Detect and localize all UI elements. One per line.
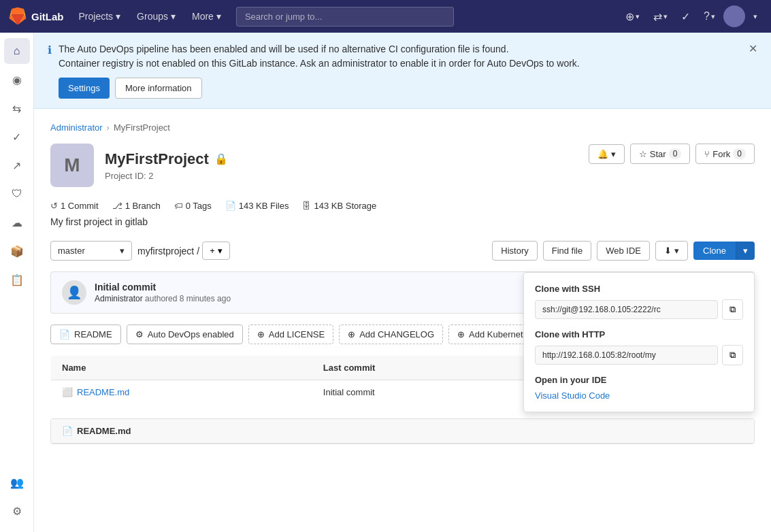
add-license-button[interactable]: ⊕ Add LICENSE: [248, 325, 333, 344]
package-icon: 📦: [10, 245, 24, 258]
sidebar-item-security[interactable]: 🛡: [4, 181, 30, 207]
clone-http-url[interactable]: http://192.168.0.105:82/root/my: [535, 346, 718, 365]
fork-count: 0: [733, 148, 746, 159]
more-information-button[interactable]: More information: [115, 78, 202, 99]
merge-requests-button[interactable]: ⇄ ▾: [648, 6, 673, 27]
star-button[interactable]: ☆ Star 0: [630, 144, 691, 164]
issue-icon: ◉: [12, 73, 22, 86]
readme-button[interactable]: 📄 README: [50, 325, 121, 344]
auto-devops-label: Auto DevOps enabled: [148, 329, 234, 339]
project-description: My first project in gitlab: [50, 216, 755, 227]
copy-http-button[interactable]: ⧉: [722, 345, 743, 365]
path-separator: /: [197, 246, 199, 256]
chevron-down-icon: ▾: [171, 11, 176, 22]
web-ide-button[interactable]: Web IDE: [597, 241, 650, 261]
files-icon: 📄: [225, 201, 236, 211]
clone-ssh-title: Clone with SSH: [535, 284, 743, 294]
fork-label: Fork: [712, 149, 730, 159]
doc-icon: 📄: [62, 426, 73, 436]
commit-author[interactable]: Administrator: [95, 294, 143, 303]
commits-stat[interactable]: ↺ 1 Commit: [50, 201, 99, 211]
cluster-icon: ⊕: [457, 329, 465, 339]
download-button[interactable]: ⬇ ▾: [655, 241, 688, 261]
breadcrumb-parent-link[interactable]: Administrator: [50, 122, 103, 133]
sidebar-item-packages[interactable]: 📦: [4, 238, 30, 264]
project-title-block: MyFirstProject 🔒 Project ID: 2: [105, 150, 228, 181]
sidebar-item-snippets[interactable]: 📋: [4, 267, 30, 293]
fork-button[interactable]: ⑂ Fork 0: [695, 144, 755, 164]
chevron-down-icon: ▾: [663, 12, 668, 21]
tag-icon: 🏷: [174, 201, 183, 211]
chevron-down-icon: ▾: [216, 11, 221, 22]
sidebar-item-commits[interactable]: ↗: [4, 152, 30, 178]
chevron-down-icon: ▾: [711, 12, 715, 21]
members-icon: 👥: [10, 476, 24, 489]
search-input[interactable]: [236, 7, 454, 27]
gitlab-wordmark: GitLab: [31, 11, 64, 22]
tags-stat[interactable]: 🏷 0 Tags: [174, 201, 212, 211]
lock-icon: 🔒: [214, 152, 228, 165]
find-file-button[interactable]: Find file: [543, 241, 592, 261]
commits-count: 1 Commit: [61, 201, 99, 211]
chevron-down-icon: ▾: [120, 246, 125, 256]
markdown-icon: ⬜: [62, 387, 73, 397]
alert-text-container: The Auto DevOps pipeline has been enable…: [59, 42, 742, 99]
add-changelog-button[interactable]: ⊕ Add CHANGELOG: [339, 325, 443, 344]
left-sidebar: ⌂ ◉ ⇆ ✓ ↗ 🛡 ☁ 📦 📋 👥 ⚙: [0, 33, 34, 532]
plus-icon: +: [210, 246, 215, 256]
close-alert-button[interactable]: ✕: [749, 42, 757, 55]
branch-selector[interactable]: master ▾: [50, 241, 132, 261]
sidebar-item-settings[interactable]: ⚙: [4, 498, 30, 524]
notifications-button[interactable]: 🔔 ▾: [589, 144, 625, 164]
gitlab-logo[interactable]: GitLab: [8, 7, 64, 26]
top-navigation: GitLab Projects ▾ Groups ▾ More ▾ ⊕ ▾ ⇄ …: [0, 0, 771, 33]
nav-icon-group: ⊕ ▾ ⇄ ▾ ✓ ? ▾ ▾: [620, 5, 763, 27]
sidebar-item-merge-requests[interactable]: ⇆: [4, 95, 30, 121]
settings-button[interactable]: Settings: [59, 78, 110, 99]
copy-ssh-button[interactable]: ⧉: [722, 299, 743, 320]
commit-action: authored: [145, 294, 180, 303]
sidebar-item-members[interactable]: 👥: [4, 469, 30, 495]
project-header: M MyFirstProject 🔒 Project ID: 2 🔔 ▾ ☆: [50, 144, 755, 187]
todos-button[interactable]: ✓: [676, 6, 695, 27]
add-changelog-label: Add CHANGELOG: [359, 329, 434, 339]
branches-stat[interactable]: ⎇ 1 Branch: [112, 201, 161, 211]
clone-main-button[interactable]: Clone: [693, 242, 736, 260]
nav-groups[interactable]: Groups ▾: [130, 8, 182, 24]
nav-more[interactable]: More ▾: [185, 8, 228, 24]
add-license-label: Add LICENSE: [269, 329, 325, 339]
fork-icon: ⑂: [704, 149, 710, 159]
sidebar-item-home[interactable]: ⌂: [4, 38, 30, 64]
help-button[interactable]: ? ▾: [698, 6, 721, 27]
chevron-down-icon: ▾: [674, 246, 679, 256]
last-commit-cell[interactable]: Initial commit: [312, 380, 528, 405]
sidebar-item-issues[interactable]: ◉: [4, 67, 30, 93]
auto-devops-button[interactable]: ⚙ Auto DevOps enabled: [127, 325, 243, 344]
sidebar-item-operations[interactable]: ☁: [4, 210, 30, 235]
snippet-icon: 📋: [10, 273, 24, 286]
project-actions: 🔔 ▾ ☆ Star 0 ⑂ Fork 0: [589, 144, 755, 164]
copy-icon: ⧉: [729, 304, 736, 314]
tags-count: 0 Tags: [186, 201, 212, 211]
add-to-path-button[interactable]: + ▾: [202, 242, 230, 260]
project-avatar: M: [50, 144, 94, 187]
search-container: [236, 7, 454, 27]
files-stat: 📄 143 KB Files: [225, 201, 289, 211]
user-menu-arrow[interactable]: ▾: [748, 8, 763, 25]
create-new-button[interactable]: ⊕ ▾: [620, 6, 645, 27]
path-text: myfirstproject: [137, 246, 194, 256]
star-label: Star: [650, 149, 666, 159]
clone-ssh-url[interactable]: ssh://git@192.168.0.105:2222/rc: [535, 300, 718, 319]
clone-dropdown-button[interactable]: ▾: [736, 242, 755, 260]
file-name-link[interactable]: ⬜ README.md: [62, 387, 301, 397]
history-button[interactable]: History: [492, 241, 537, 261]
commit-icon: ↗: [12, 159, 21, 172]
sidebar-item-todo[interactable]: ✓: [4, 124, 30, 150]
readme-label: README: [74, 329, 112, 339]
clone-button-group: Clone ▾: [693, 242, 755, 260]
user-avatar[interactable]: [723, 5, 745, 27]
nav-projects[interactable]: Projects ▾: [72, 8, 128, 24]
visual-studio-code-link[interactable]: Visual Studio Code: [535, 390, 743, 401]
download-icon: ⬇: [664, 246, 672, 256]
merge-request-icon: ⇆: [12, 102, 21, 115]
